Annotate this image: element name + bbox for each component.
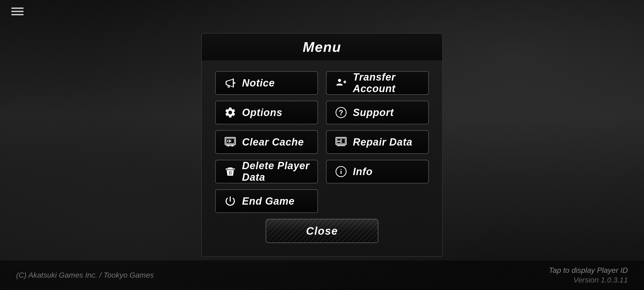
svg-rect-14 <box>337 142 341 144</box>
repair-data-label: Repair Data <box>353 136 412 148</box>
clear-cache-button[interactable]: Clear Cache <box>215 130 318 154</box>
tap-display-text[interactable]: Tap to display Player ID <box>549 266 628 275</box>
repair-icon <box>334 135 348 149</box>
info-label: Info <box>353 166 373 177</box>
gear-icon <box>223 106 237 119</box>
svg-point-18 <box>341 169 342 170</box>
clear-cache-icon <box>223 135 237 149</box>
megaphone-icon <box>223 76 237 90</box>
notice-button[interactable]: Notice <box>215 71 318 95</box>
svg-text:?: ? <box>339 109 343 117</box>
menu-title-bar: Menu <box>201 33 443 60</box>
svg-point-1 <box>229 112 231 114</box>
support-button[interactable]: ? Support <box>326 101 429 124</box>
svg-point-0 <box>234 82 235 84</box>
options-label: Options <box>242 107 283 118</box>
svg-rect-19 <box>341 171 342 174</box>
end-game-row: End Game <box>215 189 429 213</box>
svg-point-9 <box>338 79 341 82</box>
copyright-text: (C) Akatsuki Games Inc. / Tookyo Games <box>16 271 154 280</box>
support-label: Support <box>353 107 394 118</box>
svg-rect-15 <box>342 139 345 144</box>
version-text: Version 1.0.3.11 <box>573 276 628 284</box>
right-column: Transfer Account ? Support <box>326 71 429 183</box>
trash-icon <box>223 165 237 179</box>
left-column: Notice Options <box>215 71 318 183</box>
menu-buttons-grid: Notice Options <box>215 71 429 183</box>
repair-data-button[interactable]: Repair Data <box>326 130 429 154</box>
end-game-label: End Game <box>242 195 295 207</box>
info-icon <box>334 165 348 179</box>
menu-title: Menu <box>303 39 341 55</box>
bottom-section: End Game Close <box>215 189 429 243</box>
info-button[interactable]: Info <box>326 160 429 183</box>
transfer-account-label: Transfer Account <box>353 71 421 95</box>
close-button[interactable]: Close <box>266 219 378 243</box>
clear-cache-label: Clear Cache <box>242 136 304 148</box>
right-bottom: Tap to display Player ID Version 1.0.3.1… <box>549 266 628 284</box>
transfer-account-button[interactable]: Transfer Account <box>326 71 429 95</box>
menu-dialog: Menu Notice <box>201 33 443 257</box>
notice-label: Notice <box>242 77 275 89</box>
bottom-bar: (C) Akatsuki Games Inc. / Tookyo Games T… <box>0 260 644 290</box>
end-game-button[interactable]: End Game <box>215 189 318 213</box>
svg-rect-13 <box>337 139 341 141</box>
power-icon <box>223 194 237 208</box>
delete-player-data-button[interactable]: Delete Player Data <box>215 160 318 183</box>
question-icon: ? <box>334 106 348 119</box>
delete-player-data-label: Delete Player Data <box>242 160 310 183</box>
menu-content: Notice Options <box>201 60 443 257</box>
options-button[interactable]: Options <box>215 101 318 124</box>
hamburger-button[interactable] <box>11 8 24 15</box>
close-label: Close <box>306 225 338 237</box>
transfer-icon <box>334 76 348 90</box>
